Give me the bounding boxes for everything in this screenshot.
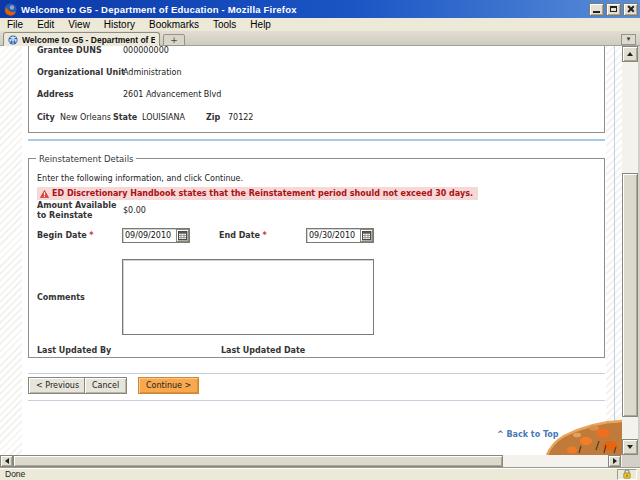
page-edge-line <box>614 46 615 455</box>
grantee-info-box: Grantee DUNS 000000000 Organizational Un… <box>28 46 605 133</box>
menu-item-history[interactable]: History <box>97 18 142 31</box>
list-all-tabs-button[interactable]: ▾ <box>621 34 636 45</box>
last-updated-date-label: Last Updated Date <box>221 346 305 355</box>
continue-button[interactable]: Continue > <box>138 377 199 394</box>
scroll-down-button[interactable] <box>622 439 638 455</box>
scroll-up-button[interactable] <box>622 46 638 62</box>
window-title: Welcome to G5 - Department of Education … <box>21 4 589 15</box>
fieldset-legend: Reinstatement Details <box>36 154 136 164</box>
last-updated-by-label: Last Updated By <box>37 346 111 355</box>
vertical-scrollbar-thumb[interactable] <box>622 173 638 417</box>
reinstatement-details-fieldset: Reinstatement Details Enter the followin… <box>28 158 605 358</box>
section-divider <box>28 139 605 141</box>
calendar-icon <box>178 231 187 240</box>
warning-banner: ED Discretionary Handbook states that th… <box>37 187 478 200</box>
comments-label: Comments <box>37 293 85 302</box>
end-date-input[interactable] <box>307 231 360 240</box>
begin-date-required-marker: * <box>89 231 93 240</box>
vertical-scrollbar[interactable] <box>622 46 638 455</box>
lock-icon <box>623 469 631 479</box>
organizational-unit-value: Administration <box>123 68 182 77</box>
window-controls <box>589 3 638 16</box>
address-value: 2601 Advancement Blvd <box>123 90 221 99</box>
scroll-right-button[interactable] <box>608 455 621 467</box>
zip-value: 70122 <box>228 113 253 122</box>
end-date-required-marker: * <box>263 231 267 240</box>
menu-item-bookmarks[interactable]: Bookmarks <box>142 18 206 31</box>
menu-item-tools[interactable]: Tools <box>206 18 243 31</box>
warning-icon <box>40 190 49 198</box>
restore-button[interactable] <box>606 3 621 16</box>
page-content: Grantee DUNS 000000000 Organizational Un… <box>0 46 622 455</box>
scrollbar-corner <box>622 455 640 467</box>
scroll-left-button[interactable] <box>0 455 13 467</box>
begin-date-field <box>122 228 190 243</box>
content-rule-top <box>28 373 605 374</box>
instruction-text: Enter the following information, and cli… <box>37 174 243 183</box>
horizontal-scrollbar[interactable] <box>0 455 622 467</box>
end-date-calendar-button[interactable] <box>360 229 373 242</box>
status-text: Done <box>0 469 617 479</box>
tab-title: Welcome to G5 - Department of Edu... <box>22 35 155 45</box>
tab-bar: Welcome to G5 - Department of Edu... + ▾ <box>0 31 640 46</box>
minimize-button[interactable] <box>589 3 604 16</box>
arrow-right-icon <box>613 458 617 464</box>
begin-date-label: Begin Date <box>37 231 87 240</box>
state-label: State <box>113 113 137 122</box>
warning-text: ED Discretionary Handbook states that th… <box>52 189 473 198</box>
arrow-down-icon <box>627 445 633 449</box>
horizontal-scrollbar-thumb[interactable] <box>13 455 503 467</box>
menu-item-help[interactable]: Help <box>243 18 278 31</box>
grantee-duns-value: 000000000 <box>123 46 169 55</box>
menu-bar: File Edit View History Bookmarks Tools H… <box>0 18 640 31</box>
arrow-up-icon <box>627 52 633 56</box>
content-rule-bottom <box>28 400 605 401</box>
close-button[interactable] <box>623 3 638 16</box>
amount-available-value: $0.00 <box>123 206 146 215</box>
chevron-down-icon: ▾ <box>627 35 631 43</box>
browser-window: Welcome to G5 - Department of Education … <box>0 0 640 480</box>
security-panel[interactable] <box>617 469 637 480</box>
page-margin-pattern-left <box>0 46 22 455</box>
menu-item-view[interactable]: View <box>61 18 97 31</box>
begin-date-calendar-button[interactable] <box>176 229 189 242</box>
menu-item-file[interactable]: File <box>0 18 30 31</box>
amount-available-label-line1: Amount Available <box>37 201 116 210</box>
title-bar: Welcome to G5 - Department of Education … <box>0 0 640 18</box>
address-label: Address <box>37 90 74 99</box>
amount-available-label-line2: to Reinstate <box>37 211 92 220</box>
restore-icon <box>610 6 617 12</box>
firefox-icon <box>4 3 17 16</box>
cancel-button[interactable]: Cancel <box>84 377 127 394</box>
close-icon <box>627 5 635 13</box>
zip-label: Zip <box>206 113 220 122</box>
classroom-photo <box>546 418 622 455</box>
city-label: City <box>37 113 55 122</box>
tab-welcome-to-g5[interactable]: Welcome to G5 - Department of Edu... <box>3 32 160 46</box>
end-date-field <box>306 228 374 243</box>
new-tab-button[interactable]: + <box>163 34 185 46</box>
state-value: LOUISIANA <box>142 113 185 122</box>
minimize-icon <box>593 11 600 13</box>
city-value: New Orleans <box>60 113 111 122</box>
menu-item-edit[interactable]: Edit <box>30 18 61 31</box>
status-bar: Done <box>0 467 640 480</box>
begin-date-input[interactable] <box>123 231 176 240</box>
comments-textarea[interactable] <box>122 259 374 335</box>
previous-button[interactable]: < Previous <box>28 377 87 394</box>
calendar-icon <box>362 231 371 240</box>
g5-favicon-icon <box>8 35 18 45</box>
grantee-duns-label: Grantee DUNS <box>37 46 102 55</box>
end-date-label: End Date <box>219 231 260 240</box>
arrow-left-icon <box>5 458 9 464</box>
organizational-unit-label: Organizational Unit <box>37 68 125 77</box>
